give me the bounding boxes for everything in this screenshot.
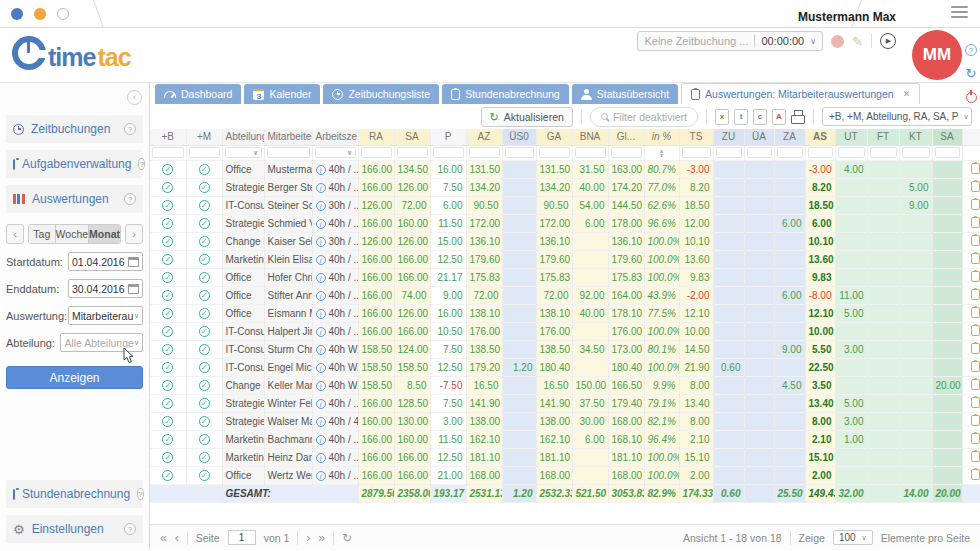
info-icon[interactable]: i xyxy=(316,237,326,247)
details-clipboard-icon[interactable] xyxy=(971,361,980,372)
help-icon[interactable]: ? xyxy=(124,193,136,205)
check-icon[interactable]: ✓ xyxy=(162,290,173,301)
check-icon[interactable]: ✓ xyxy=(199,200,210,211)
check-icon[interactable]: ✓ xyxy=(199,398,210,409)
filter-cell-mitarbeiter[interactable] xyxy=(264,145,312,160)
window-control-blue[interactable] xyxy=(11,8,23,20)
details-clipboard-icon[interactable] xyxy=(971,253,980,264)
column-header-ua[interactable]: ÜA xyxy=(744,129,774,145)
check-icon[interactable]: ✓ xyxy=(162,326,173,337)
check-icon[interactable]: ✓ xyxy=(199,470,210,481)
filter-cell-za[interactable] xyxy=(774,145,805,160)
column-header-gl[interactable]: Gl... xyxy=(608,129,644,145)
last-page-icon[interactable]: » xyxy=(318,531,325,545)
column-header-mitarbeiter[interactable]: Mitarbeiter xyxy=(264,129,312,145)
check-icon[interactable]: ✓ xyxy=(199,236,210,247)
details-clipboard-icon[interactable] xyxy=(971,217,980,228)
check-icon[interactable]: ✓ xyxy=(162,344,173,355)
filter-cell-m[interactable] xyxy=(186,145,222,160)
window-control-white[interactable] xyxy=(57,8,69,20)
info-icon[interactable]: i xyxy=(316,255,326,265)
tab-status-bersicht[interactable]: Statusübersicht xyxy=(572,84,678,104)
edit-icon[interactable]: ✎ xyxy=(852,34,863,49)
details-clipboard-icon[interactable] xyxy=(971,181,980,192)
column-header-az[interactable]: AZ xyxy=(466,129,502,145)
check-icon[interactable]: ✓ xyxy=(199,434,210,445)
txt-export-icon[interactable]: t xyxy=(734,109,748,125)
startdatum-input[interactable]: 01.04.2016 xyxy=(68,252,143,271)
sidebar-item-aufgabenverwaltung[interactable]: Aufgabenverwaltung? xyxy=(6,150,143,178)
refresh-icon[interactable]: ↻ xyxy=(966,68,977,80)
details-clipboard-icon[interactable] xyxy=(971,199,980,210)
filter-cell-sa[interactable] xyxy=(394,145,430,160)
info-icon[interactable]: i xyxy=(316,291,326,301)
close-icon[interactable]: ✕ xyxy=(903,89,911,99)
check-icon[interactable]: ✓ xyxy=(199,344,210,355)
info-icon[interactable]: i xyxy=(316,453,326,463)
page-size-select[interactable]: 100 ∨ xyxy=(833,530,873,545)
check-icon[interactable]: ✓ xyxy=(199,308,210,319)
details-clipboard-icon[interactable] xyxy=(971,325,980,336)
info-icon[interactable]: i xyxy=(316,417,326,427)
details-clipboard-icon[interactable] xyxy=(971,379,980,390)
sidebar-item-auswertungen[interactable]: Auswertungen? xyxy=(6,185,143,213)
column-header-b[interactable]: +B xyxy=(150,129,186,145)
details-clipboard-icon[interactable] xyxy=(971,235,980,246)
filter-cell-sa2[interactable] xyxy=(932,145,962,160)
filter-cell-zu[interactable] xyxy=(713,145,744,160)
help-icon[interactable]: ? xyxy=(965,44,977,56)
column-header-pct[interactable]: in % xyxy=(644,129,679,145)
column-header-ra[interactable]: RA xyxy=(358,129,394,145)
logout-power-icon[interactable] xyxy=(966,92,977,103)
pdf-export-icon[interactable]: A xyxy=(772,109,786,125)
info-icon[interactable]: i xyxy=(316,201,326,211)
filter-cell-ts[interactable] xyxy=(679,145,713,160)
prev-page-icon[interactable]: ‹ xyxy=(175,531,179,545)
check-icon[interactable]: ✓ xyxy=(162,200,173,211)
check-icon[interactable]: ✓ xyxy=(162,380,173,391)
details-clipboard-icon[interactable] xyxy=(971,307,980,318)
stop-icon[interactable] xyxy=(831,35,844,48)
play-button[interactable]: ▶ xyxy=(880,33,896,49)
check-icon[interactable]: ✓ xyxy=(199,380,210,391)
info-icon[interactable]: i xyxy=(316,363,326,373)
filter-cell-as[interactable] xyxy=(805,145,835,160)
check-icon[interactable]: ✓ xyxy=(162,452,173,463)
details-clipboard-icon[interactable] xyxy=(971,163,980,174)
check-icon[interactable]: ✓ xyxy=(199,452,210,463)
details-clipboard-icon[interactable] xyxy=(971,451,980,462)
filter-cell-az[interactable] xyxy=(466,145,502,160)
anzeigen-button[interactable]: Anzeigen xyxy=(6,366,143,389)
column-header-zu[interactable]: ZU xyxy=(713,129,744,145)
column-header-ut[interactable]: UT xyxy=(835,129,867,145)
column-header-abteilung[interactable]: Abteilung↕ xyxy=(222,129,264,145)
check-icon[interactable]: ✓ xyxy=(162,218,173,229)
refresh-button[interactable]: ↻ Aktualisieren xyxy=(481,107,573,127)
xls-export-icon[interactable]: x xyxy=(715,109,729,125)
column-header-ts[interactable]: TS xyxy=(679,129,713,145)
check-icon[interactable]: ✓ xyxy=(162,470,173,481)
check-icon[interactable]: ✓ xyxy=(162,182,173,193)
filter-cell-arbeitszeit[interactable]: ∨ xyxy=(312,145,358,160)
column-header-ft[interactable]: FT xyxy=(867,129,899,145)
help-icon[interactable]: ? xyxy=(137,488,143,500)
filter-cell-gl[interactable] xyxy=(608,145,644,160)
period-tab-tag[interactable]: Tag xyxy=(29,225,56,243)
details-clipboard-icon[interactable] xyxy=(971,469,980,480)
check-icon[interactable]: ✓ xyxy=(162,272,173,283)
next-page-icon[interactable]: › xyxy=(306,531,310,545)
info-icon[interactable]: i xyxy=(316,183,326,193)
info-icon[interactable]: i xyxy=(316,327,326,337)
column-header-actions[interactable] xyxy=(962,129,980,145)
check-icon[interactable]: ✓ xyxy=(162,362,173,373)
tab-zeitbuchungsliste[interactable]: Zeitbuchungsliste xyxy=(323,84,439,104)
sidebar-item-einstellungen[interactable]: ⚙Einstellungen? xyxy=(6,515,143,543)
info-icon[interactable]: i xyxy=(316,435,326,445)
details-clipboard-icon[interactable] xyxy=(971,289,980,300)
info-icon[interactable]: i xyxy=(316,273,326,283)
check-icon[interactable]: ✓ xyxy=(199,254,210,265)
check-icon[interactable]: ✓ xyxy=(199,272,210,283)
column-header-p[interactable]: P xyxy=(430,129,466,145)
check-icon[interactable]: ✓ xyxy=(199,416,210,427)
filter-cell-us0[interactable] xyxy=(502,145,536,160)
